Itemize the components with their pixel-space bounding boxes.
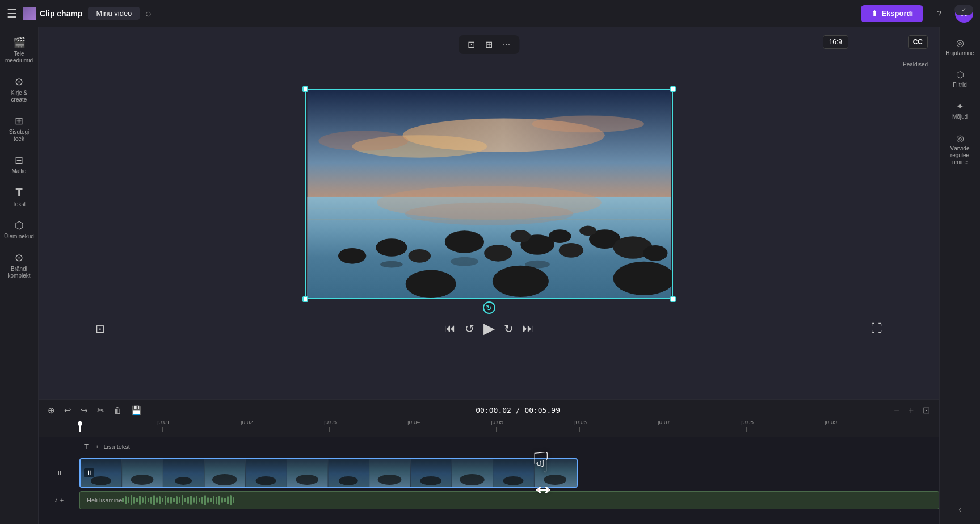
tracks-wrapper: T + Lisa tekst ⏸ <box>39 437 939 524</box>
tab-minu-video[interactable]: Minu video <box>88 7 140 20</box>
templates-icon: ⊟ <box>15 154 23 166</box>
sidebar-item-stock[interactable]: ⊞ Sisutegiteek <box>2 110 36 147</box>
handle-top-right[interactable] <box>670 86 676 92</box>
sidebar-item-templates[interactable]: ⊟ Mallid <box>2 149 36 179</box>
filtrid-label: Filtrid <box>953 82 966 89</box>
sidebar-item-media[interactable]: 🎬 Teie meediumid <box>2 32 36 69</box>
sidebar-item-text[interactable]: T Tekst <box>2 182 36 212</box>
right-tool-filtrid[interactable]: ⬡ Filtrid <box>943 65 978 93</box>
play-button[interactable]: ▶ <box>483 320 495 337</box>
record-icon: ⊙ <box>15 76 23 88</box>
sidebar-collapse-button[interactable]: ‹ <box>954 500 966 518</box>
svg-point-21 <box>405 270 456 298</box>
svg-point-17 <box>338 248 365 264</box>
svg-point-32 <box>131 474 154 484</box>
transitions-icon: ⬡ <box>15 219 24 232</box>
svg-point-13 <box>558 243 583 258</box>
handle-top-left[interactable] <box>302 86 308 92</box>
aspect-ratio-badge[interactable]: 16:9 <box>823 35 848 49</box>
handle-bottom-left[interactable] <box>302 296 308 302</box>
zoom-in-button[interactable]: + <box>906 404 916 417</box>
delete-button[interactable]: 🗑 <box>111 404 124 416</box>
svg-point-3 <box>532 116 644 133</box>
video-preview-svg <box>306 90 672 298</box>
main-layout: 🎬 Teie meediumid ⊙ Kirje &create ⊞ Sisut… <box>0 27 980 524</box>
sidebar-item-transitions[interactable]: ⬡ Üleminekud <box>2 215 36 245</box>
timeline-ruler: |0:01 |0:02 |0:03 <box>39 421 939 437</box>
left-sidebar: 🎬 Teie meediumid ⊙ Kirje &create ⊞ Sisut… <box>0 27 39 524</box>
split-button[interactable]: ⊞ <box>482 38 496 51</box>
svg-point-42 <box>339 476 358 485</box>
skip-back-button[interactable]: ⏮ <box>444 322 456 335</box>
video-clip[interactable]: ⏸ <box>79 458 578 488</box>
search-icon[interactable]: ⌕ <box>145 7 152 19</box>
rewind-button[interactable]: ↺ <box>465 322 474 336</box>
forward-button[interactable]: ↻ <box>504 322 514 336</box>
svg-point-26 <box>525 261 550 269</box>
timeline-tracks-container: |0:01 |0:02 |0:03 <box>39 421 939 524</box>
filtrid-icon: ⬡ <box>956 69 964 80</box>
svg-point-34 <box>175 476 192 484</box>
sidebar-item-record[interactable]: ⊙ Kirje &create <box>2 71 36 108</box>
audio-clip[interactable]: Heli lisamine <box>79 491 939 509</box>
save-button[interactable]: 💾 <box>129 404 144 417</box>
crop-button[interactable]: ⊡ <box>464 38 478 51</box>
fit-timeline-button[interactable]: ⊡ <box>920 404 932 417</box>
skip-forward-button[interactable]: ⏭ <box>523 322 534 335</box>
timeline-zoom: − + ⊡ <box>891 404 932 417</box>
svg-point-52 <box>544 474 566 484</box>
magnet-button[interactable]: ⊕ <box>45 404 57 417</box>
more-button[interactable]: ··· <box>499 39 514 51</box>
sidebar-label-text: Tekst <box>12 201 26 208</box>
mute-button[interactable]: ⊡ <box>95 322 105 336</box>
handle-bottom-right[interactable] <box>670 296 676 302</box>
svg-point-44 <box>378 474 402 484</box>
svg-point-40 <box>296 474 318 484</box>
svg-point-24 <box>380 261 403 268</box>
varvireguleerimine-icon: ◎ <box>956 133 964 144</box>
rotate-handle[interactable]: ↻ <box>483 301 495 314</box>
svg-point-18 <box>510 230 531 242</box>
sidebar-label-templates: Mallid <box>11 168 26 175</box>
svg-point-46 <box>420 476 441 485</box>
add-text-button[interactable]: Lisa tekst <box>103 443 129 450</box>
sidebar-label-transitions: Üleminekud <box>4 233 34 240</box>
svg-point-11 <box>484 245 512 262</box>
svg-point-10 <box>444 230 483 253</box>
sidebar-label-record: Kirje &create <box>11 90 27 103</box>
help-icon[interactable]: ? <box>930 5 948 23</box>
fullscreen-button[interactable]: ⛶ <box>871 322 882 335</box>
undo-button[interactable]: ↩ <box>62 404 74 417</box>
captions-label: Pealdised <box>903 61 928 68</box>
mojud-icon: ✦ <box>956 101 964 112</box>
export-button[interactable]: ⬆ Ekspordi <box>861 5 923 22</box>
svg-point-9 <box>408 249 431 263</box>
timeline-section: ⊕ ↩ ↪ ✂ 🗑 💾 00:00.02 / 00:05.99 − + ⊡ ✓ <box>39 399 939 524</box>
right-tool-varvireguleerimine[interactable]: ◎ Värvide regulee rimine <box>943 128 978 170</box>
preview-area: ⊡ ⊞ ··· 16:9 CC Pealdised <box>39 27 939 399</box>
right-tool-mojud[interactable]: ✦ Mõjud <box>943 97 978 125</box>
hamburger-menu-icon[interactable]: ☰ <box>7 7 17 20</box>
svg-point-48 <box>460 474 485 485</box>
stock-icon: ⊞ <box>15 115 23 127</box>
brand-icon: ⊙ <box>15 251 23 264</box>
audio-waveform <box>122 495 935 505</box>
audio-track: ♪ + Heli lisamine <box>39 489 939 511</box>
sidebar-label-media: Teie meediumid <box>5 51 34 64</box>
text-track: T + Lisa tekst <box>39 437 939 456</box>
audio-label: Heli lisamine <box>87 497 122 504</box>
thumbnail-strip-svg <box>81 459 577 487</box>
cc-badge[interactable]: CC <box>908 35 928 49</box>
zoom-out-button[interactable]: − <box>891 404 901 417</box>
right-tool-hajutamine[interactable]: ◎ Hajutamine <box>943 33 978 61</box>
hajutamine-icon: ◎ <box>956 37 964 48</box>
sidebar-label-stock: Sisutegiteek <box>9 129 30 142</box>
video-track-label: ⏸ <box>39 469 79 476</box>
cut-button[interactable]: ✂ <box>95 404 107 417</box>
ruler-playhead <box>79 421 81 432</box>
svg-point-7 <box>405 203 573 225</box>
svg-point-22 <box>492 266 548 297</box>
redo-button[interactable]: ↪ <box>78 404 90 417</box>
audio-track-label: ♪ + <box>39 496 79 504</box>
sidebar-item-brand[interactable]: ⊙ Brändikomplekt <box>2 247 36 284</box>
